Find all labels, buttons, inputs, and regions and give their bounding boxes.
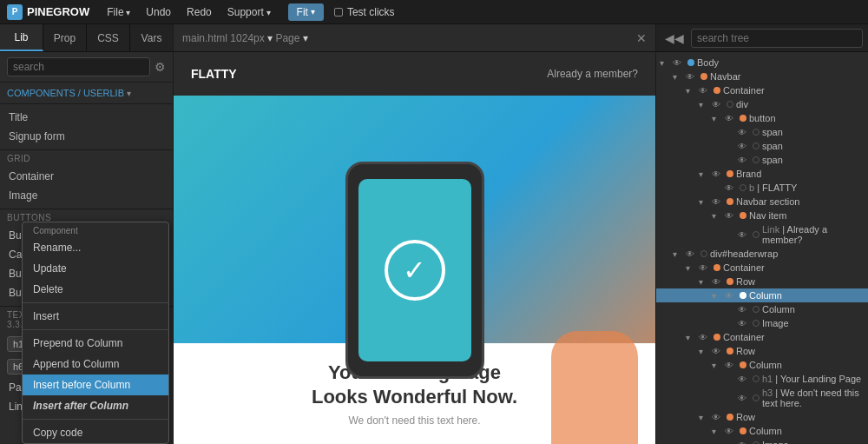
eye-icon[interactable]: 👁 (725, 427, 737, 436)
tree-item-b-flatty[interactable]: ▾ 👁 b | FLATTY (656, 181, 868, 195)
tree-item-column3[interactable]: ▾ 👁 Column (656, 424, 868, 438)
page-label[interactable]: Page (275, 32, 299, 44)
ctx-append[interactable]: Append to Column (23, 354, 168, 374)
eye-icon[interactable]: 👁 (725, 291, 737, 301)
eye-icon[interactable]: 👁 (738, 128, 750, 137)
menu-file[interactable]: File (100, 3, 137, 21)
tree-item-image1[interactable]: ▾ 👁 Image (656, 316, 868, 330)
tree-item-body[interactable]: ▾ 👁 Body (656, 56, 868, 70)
tree-arrow[interactable]: ▾ (699, 197, 709, 207)
search-input[interactable] (7, 57, 150, 76)
menu-undo[interactable]: Undo (139, 3, 178, 21)
tree-arrow[interactable]: ▾ (686, 263, 696, 273)
tree-item-nav-item[interactable]: ▾ 👁 Nav item (656, 209, 868, 222)
eye-icon[interactable]: 👁 (699, 86, 711, 96)
eye-icon[interactable]: 👁 (686, 72, 698, 82)
tree-arrow[interactable]: ▾ (699, 169, 709, 179)
tree-arrow[interactable]: ▾ (712, 361, 722, 370)
tree-item-h3[interactable]: ▾ 👁 h3 | We don't need this text here. (656, 386, 868, 410)
tree-arrow[interactable]: ▾ (686, 86, 696, 96)
tree-item-image2[interactable]: ▾ 👁 Image (656, 438, 868, 444)
fit-button[interactable]: Fit (288, 3, 324, 21)
tree-item-brand[interactable]: ▾ 👁 Brand (656, 167, 868, 181)
eye-icon[interactable]: 👁 (725, 361, 737, 370)
close-button[interactable]: ✕ (636, 31, 647, 45)
menu-redo[interactable]: Redo (180, 3, 219, 21)
tree-item-column-child[interactable]: ▾ 👁 Column (656, 302, 868, 316)
eye-icon[interactable]: 👁 (725, 211, 737, 221)
tree-arrow[interactable]: ▾ (699, 413, 709, 422)
tree-search-input[interactable] (691, 29, 863, 48)
tree-item-span2[interactable]: ▾ 👁 span (656, 139, 868, 153)
ctx-prepend[interactable]: Prepend to Column (23, 333, 168, 354)
tab-vars[interactable]: Vars (130, 24, 173, 51)
eye-icon[interactable]: 👁 (712, 197, 724, 207)
test-clicks-checkbox[interactable] (334, 8, 343, 17)
tree-item-container2[interactable]: ▾ 👁 Container (656, 261, 868, 275)
ctx-copy-code[interactable]: Copy code (23, 422, 168, 443)
eye-icon[interactable]: 👁 (738, 374, 750, 384)
tree-arrow[interactable]: ▾ (712, 211, 722, 221)
eye-icon[interactable]: 👁 (738, 230, 750, 240)
ctx-update[interactable]: Update (23, 258, 168, 279)
tree-arrow[interactable]: ▾ (660, 58, 670, 68)
eye-icon[interactable]: 👁 (686, 249, 698, 259)
tree-item-row3[interactable]: ▾ 👁 Row (656, 410, 868, 424)
tree-item-column2[interactable]: ▾ 👁 Column (656, 358, 868, 372)
eye-icon[interactable]: 👁 (725, 114, 737, 123)
comp-title[interactable]: Title (0, 108, 173, 127)
tree-item-div1[interactable]: ▾ 👁 div (656, 97, 868, 111)
eye-icon[interactable]: 👁 (699, 333, 711, 342)
tab-lib[interactable]: Lib (0, 24, 43, 51)
eye-icon[interactable]: 👁 (738, 394, 750, 403)
ctx-delete[interactable]: Delete (23, 279, 168, 300)
test-clicks-toggle[interactable]: Test clicks (334, 6, 395, 18)
settings-icon[interactable]: ⚙ (155, 60, 166, 74)
userlib-arrow[interactable]: ▾ (127, 89, 131, 98)
tree-item-navbar[interactable]: ▾ 👁 Navbar (656, 70, 868, 83)
tree-arrow[interactable]: ▾ (712, 291, 722, 301)
eye-icon[interactable]: 👁 (712, 169, 724, 179)
tree-item-column-selected[interactable]: ▾ 👁 Column (656, 288, 868, 302)
eye-icon[interactable]: 👁 (712, 413, 724, 422)
tree-item-button[interactable]: ▾ 👁 button (656, 111, 868, 125)
comp-signup[interactable]: Signup form (0, 127, 173, 146)
comp-image[interactable]: Image (0, 186, 173, 205)
tab-prop[interactable]: Prop (43, 24, 87, 51)
tree-arrow[interactable]: ▾ (673, 72, 683, 82)
tree-item-headerwrap[interactable]: ▾ 👁 div#headerwrap (656, 247, 868, 261)
tree-arrow[interactable]: ▾ (673, 249, 683, 259)
eye-icon[interactable]: 👁 (738, 441, 750, 445)
tree-arrow[interactable]: ▾ (699, 347, 709, 356)
ctx-insert-after[interactable]: Insert after Column (23, 395, 168, 416)
eye-icon[interactable]: 👁 (738, 305, 750, 315)
tree-item-container1[interactable]: ▾ 👁 Container (656, 83, 868, 97)
menu-support[interactable]: Support (220, 3, 278, 21)
tree-arrow[interactable]: ▾ (699, 100, 709, 109)
tree-arrow[interactable]: ▾ (712, 427, 722, 436)
tree-item-row2[interactable]: ▾ 👁 Row (656, 344, 868, 358)
file-name[interactable]: main.html (182, 32, 227, 44)
eye-icon[interactable]: 👁 (699, 263, 711, 273)
eye-icon[interactable]: 👁 (712, 347, 724, 356)
tree-item-link-already[interactable]: ▾ 👁 Link | Already a member? (656, 222, 868, 247)
ctx-rename[interactable]: Rename... (23, 237, 168, 258)
userlib-label[interactable]: USERLIB (83, 88, 124, 98)
eye-icon[interactable]: 👁 (712, 100, 724, 109)
eye-icon[interactable]: 👁 (738, 319, 750, 328)
ctx-insert[interactable]: Insert (23, 306, 168, 327)
eye-icon[interactable]: 👁 (712, 277, 724, 287)
eye-icon[interactable]: 👁 (738, 142, 750, 151)
tree-item-container3[interactable]: ▾ 👁 Container (656, 330, 868, 344)
tree-arrow[interactable]: ▾ (699, 277, 709, 287)
tree-item-navbar-section[interactable]: ▾ 👁 Navbar section (656, 195, 868, 209)
ctx-insert-before[interactable]: Insert before Column (23, 374, 168, 395)
collapse-left-icon[interactable]: ◀◀ (661, 31, 687, 45)
tree-arrow[interactable]: ▾ (686, 333, 696, 342)
tree-item-span1[interactable]: ▾ 👁 span (656, 125, 868, 139)
eye-icon[interactable]: 👁 (725, 183, 737, 193)
comp-container[interactable]: Container (0, 167, 173, 186)
tab-css[interactable]: CSS (87, 24, 130, 51)
eye-icon[interactable]: 👁 (738, 156, 750, 165)
tree-item-h1[interactable]: ▾ 👁 h1 | Your Landing Page (656, 372, 868, 386)
